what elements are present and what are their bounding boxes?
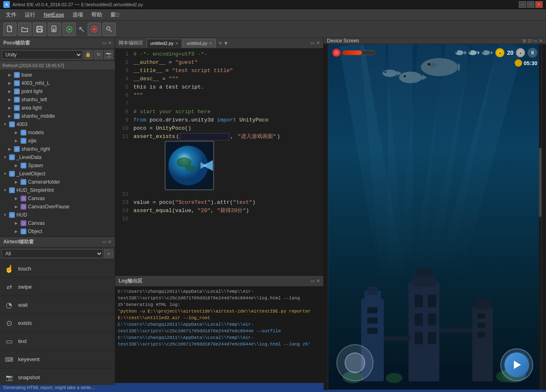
main-layout: Poco辅助窗 ▭ ✕ Unity Android iOS 🔒 ↻ 📷 Refr… [0,38,546,383]
tree-item-hudsimplehint[interactable]: ▼ ⬡ HUD_SimpleHint [0,186,115,194]
action-button[interactable] [500,348,533,381]
tree-item-xijie[interactable]: ▶ ⬡ xijie [0,137,115,145]
airtest-panel-icons: ▭ ✕ [102,239,112,245]
poco-panel-header: Poco辅助窗 ▭ ✕ [0,38,115,49]
tree-label: shanhu_middle [21,113,55,119]
open-file-btn[interactable] [18,23,31,36]
helper-wait[interactable]: ◔ wait [0,296,115,314]
right-panel: Device Screen ⊞ ⊡ ▭ ✕ [324,38,546,383]
code-line-8: 8 # start your script here [115,108,323,116]
expand-icon: ▼ [3,122,8,126]
tree-item-cameraholder[interactable]: ▶ ⬡ CameraHolder [0,178,115,186]
device-close-icon[interactable]: ✕ [539,38,543,44]
poco-close-icon[interactable]: ✕ [108,40,112,46]
tab-add-btn[interactable]: + [218,40,222,47]
timer-badge: 05:30 [515,59,537,67]
editor-minimize-icon[interactable]: ▭ [310,40,315,46]
tree-label: _LevelObject [16,171,45,177]
tab-untitled2-close[interactable]: ✕ [175,41,178,46]
scrollbar-thumb [539,148,541,217]
svg-rect-50 [415,295,423,307]
device-minimize-icon[interactable]: ▭ [533,38,537,44]
tab-untitled[interactable]: untitled.py ✕ [183,39,216,48]
menu-help[interactable]: 帮助 [87,9,106,20]
code-line-13: 13 value = poco("ScoreText").attr("text"… [115,198,323,207]
tab-nav-btn[interactable]: ▼ [223,40,229,47]
poco-lock-btn[interactable]: 🔒 [84,50,93,59]
airtest-add-btn[interactable]: + [104,249,113,258]
joystick[interactable] [336,344,373,381]
poco-mode-select[interactable]: Unity Android iOS [2,50,82,59]
poco-tree[interactable]: ▶ ⬡ base ▶ ⬡ 4003_mfsl_L ▶ ⬡ point light… [0,70,115,236]
airtest-filter-select[interactable]: All [2,249,103,258]
helper-touch[interactable]: ☝ touch [0,260,115,278]
maximize-btn[interactable]: □ [527,1,534,8]
log-close-icon[interactable]: ✕ [316,278,320,284]
helper-list: ☝ touch ⇄ swipe ◔ wait ⊙ exists ▭ text [0,260,115,385]
toolbar: ↖ [0,21,546,38]
tree-item-models[interactable]: ▶ ⬡ models [0,128,115,137]
tree-item-object[interactable]: ▶ ⬡ Object [0,227,115,236]
device-icon1[interactable]: ⊞ [523,38,526,44]
poco-screenshot-btn[interactable]: 📷 [104,50,113,59]
tree-item-hud[interactable]: ▼ ⬡ HUD [0,211,115,219]
export-btn[interactable] [48,23,61,36]
tab-untitled2[interactable]: untitled2.py ✕ [147,39,182,48]
search-code-btn[interactable] [103,23,116,36]
tree-item-pointlight[interactable]: ▶ ⬡ point light [0,87,115,96]
stop-btn[interactable] [88,23,101,36]
tree-item-shanhu-middle[interactable]: ▶ ⬡ shanhu_middle [0,112,115,120]
svg-marker-28 [491,51,493,55]
tab-untitled-close[interactable]: ✕ [209,41,212,46]
close-btn[interactable]: ✕ [535,1,543,8]
device-icon2[interactable]: ⊡ [528,38,532,44]
pause-btn[interactable]: ⏸ [527,48,537,58]
menu-run[interactable]: 运行 [21,9,40,20]
tree-item-arealight[interactable]: ▶ ⬡ area light [0,104,115,112]
helper-exists[interactable]: ⊙ exists [0,314,115,332]
tree-item-canvas1[interactable]: ▶ ⬡ Canvas [0,194,115,203]
code-line-6: 6 """ [115,91,323,100]
svg-point-30 [421,58,458,76]
menu-window[interactable]: 窗□ [106,9,123,20]
tree-item-canvas2[interactable]: ▶ ⬡ Canvas [0,219,115,227]
status-text: Generating HTML report, might take a whi… [3,385,95,390]
code-line-10: 10 poco = UnityPoco() [115,124,323,133]
node-icon: ⬡ [21,138,26,144]
menu-netease[interactable]: NetEase [40,10,68,19]
tree-item-4003mfsl[interactable]: ▶ ⬡ 4003_mfsl_L [0,79,115,87]
helper-keyevent[interactable]: ⌨ keyevent [0,350,115,369]
minimize-btn[interactable]: ─ [519,1,526,8]
tree-item-shanhu-right[interactable]: ▶ ⬡ shanhu_right [0,145,115,153]
airtest-panel-title: Airtest辅助窗 [3,238,34,245]
editor-area[interactable]: 1 # -*- encoding=utf8 -*- 2 __author__ =… [115,49,323,276]
tree-item-shanhu-left[interactable]: ▶ ⬡ shanhu_left [0,96,115,104]
tree-item-levelobject[interactable]: ▼ ⬡ _LevelObject [0,170,115,178]
tree-item-spawn[interactable]: ▶ ⬡ Spawn [0,161,115,170]
log-minimize-icon[interactable]: ▭ [310,278,315,284]
tree-item-canvasoverpause[interactable]: ▶ ⬡ CanvasOverPause [0,203,115,211]
helper-text[interactable]: ▭ text [0,332,115,350]
svg-point-23 [456,51,457,53]
expand-icon: ▼ [3,213,8,217]
editor-close-icon[interactable]: ✕ [316,40,320,46]
poco-refresh-btn[interactable]: ↻ [94,50,103,59]
menu-file[interactable]: 文件 [2,9,21,20]
new-file-btn[interactable] [3,23,16,36]
airtest-minimize-icon[interactable]: ▭ [102,239,106,245]
svg-rect-55 [428,332,436,344]
log-content[interactable]: C:\\Users\\zhangqi2011\\AppData\\Local\\… [115,287,323,383]
run-btn[interactable] [63,23,76,36]
tree-item-leveldata[interactable]: ▼ ⬡ _LevelData [0,153,115,161]
log-panel: Log输出区 ▭ ✕ C:\\Users\\zhangqi2011\\AppDa… [115,276,323,383]
menu-options[interactable]: 选项 [68,9,87,20]
helper-snapshot[interactable]: 📷 snapshot [0,369,115,385]
swipe-icon: ⇄ [4,282,14,292]
poco-minimize-icon[interactable]: ▭ [102,40,106,46]
tree-item-4003[interactable]: ▼ ⬡ 4003 [0,120,115,128]
timer-text: 05:30 [524,60,537,66]
tree-item-base[interactable]: ▶ ⬡ base [0,71,115,79]
save-btn[interactable] [33,23,46,36]
airtest-close-icon[interactable]: ✕ [108,239,112,245]
helper-swipe[interactable]: ⇄ swipe [0,278,115,296]
